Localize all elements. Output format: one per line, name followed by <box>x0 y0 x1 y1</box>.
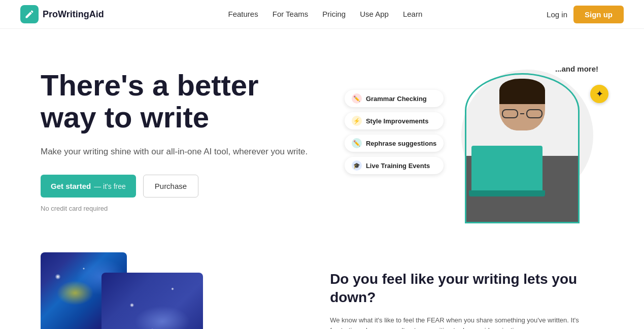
starry-night-cards: My idea in my head <box>41 252 213 329</box>
purchase-button[interactable]: Purchase <box>143 175 198 198</box>
no-credit-note: No credit card required <box>41 205 322 212</box>
and-more-label: ...and more! <box>555 64 598 73</box>
hero-title: There's a better way to write <box>41 69 322 134</box>
logo-icon <box>20 5 39 23</box>
nav-link-pricing[interactable]: Pricing <box>322 10 346 18</box>
nav-item-for-teams[interactable]: For Teams <box>273 10 309 19</box>
hero-content: There's a better way to write Make your … <box>41 69 322 213</box>
feature-tags: ✏️ Grammar Checking ⚡ Style Improvements… <box>345 90 444 174</box>
signup-button[interactable]: Sign up <box>573 6 624 23</box>
nav-links: Features For Teams Pricing Use App Learn <box>228 10 423 19</box>
starry-card-2 <box>101 273 203 329</box>
section2-title: Do you feel like your writing lets you d… <box>330 270 603 307</box>
gold-star-badge: ✦ <box>590 85 608 103</box>
rephrase-icon: ✏️ <box>352 138 362 148</box>
section2-illustration: My idea in my head <box>41 252 299 329</box>
style-icon: ⚡ <box>352 116 362 126</box>
nav-link-learn[interactable]: Learn <box>403 10 422 18</box>
training-icon: 🎓 <box>352 160 362 171</box>
hero-illustration: ...and more! ✦ ✏️ <box>345 59 603 222</box>
navbar: ProWritingAid Features For Teams Pricing… <box>0 0 644 29</box>
grammar-icon: ✏️ <box>352 93 362 104</box>
nav-link-features[interactable]: Features <box>228 10 258 18</box>
get-started-button[interactable]: Get started — it's free <box>41 175 136 198</box>
feature-tag-style: ⚡ Style Improvements <box>345 112 444 129</box>
nav-item-use-app[interactable]: Use App <box>360 10 389 19</box>
nav-actions: Log in Sign up <box>547 6 624 23</box>
feature-tag-training: 🎓 Live Training Events <box>345 157 444 174</box>
nav-link-for-teams[interactable]: For Teams <box>273 10 309 18</box>
hero-subtitle: Make your writing shine with our all-in-… <box>41 145 322 158</box>
brand-name: ProWritingAid <box>43 9 104 20</box>
hero-buttons: Get started — it's free Purchase <box>41 175 322 198</box>
section2: My idea in my head Do you feel like your… <box>0 242 644 329</box>
free-label: — it's free <box>94 182 126 190</box>
person-illustration <box>466 75 578 222</box>
hero-section: There's a better way to write Make your … <box>0 29 644 242</box>
brand-logo-link[interactable]: ProWritingAid <box>20 5 104 23</box>
login-button[interactable]: Log in <box>547 10 567 19</box>
nav-item-pricing[interactable]: Pricing <box>322 10 346 19</box>
nav-item-learn[interactable]: Learn <box>403 10 422 19</box>
feature-tag-grammar: ✏️ Grammar Checking <box>345 90 444 107</box>
section2-content: Do you feel like your writing lets you d… <box>330 270 603 329</box>
feature-tag-rephrase: ✏️ Rephrase suggestions <box>345 135 444 152</box>
nav-link-use-app[interactable]: Use App <box>360 10 389 18</box>
section2-body: We know what it's like to feel the FEAR … <box>330 315 603 329</box>
nav-item-features[interactable]: Features <box>228 10 258 19</box>
